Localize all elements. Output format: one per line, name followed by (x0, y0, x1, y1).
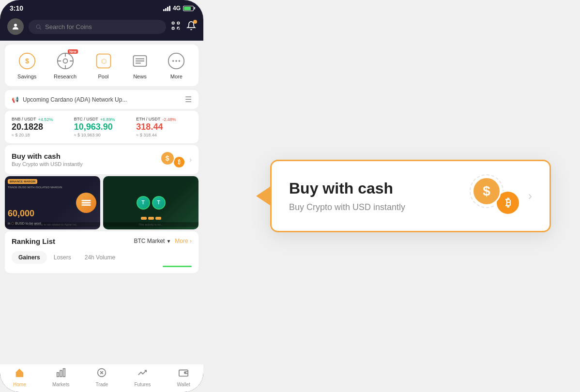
eth-change: -2.48% (162, 117, 176, 122)
futures-icon (137, 367, 148, 380)
market-selector[interactable]: BTC Market ▼ (134, 238, 171, 244)
savings-label: Savings (17, 74, 36, 79)
buy-cash-title: Buy with cash (12, 152, 83, 160)
svg-point-26 (175, 60, 177, 62)
quick-link-research[interactable]: New Research (54, 51, 76, 79)
promo-amount: 60,000 (8, 209, 34, 219)
ranking-right: BTC Market ▼ More › (134, 238, 192, 244)
popup-icon-area: $ ₿ › (472, 177, 532, 215)
status-right: 4G (163, 5, 194, 12)
popup-card: Buy with cash Buy Crypto with USD instan… (270, 160, 551, 232)
scan-icon[interactable] (171, 21, 181, 33)
ranking-tabs: Gainers Losers 24h Volume (12, 251, 192, 264)
avatar[interactable] (7, 18, 24, 35)
more-link[interactable]: More › (175, 238, 192, 244)
ranking-title: Ranking List (12, 237, 55, 245)
eth-usd: ≈ $ 318.44 (136, 133, 192, 137)
btc-value: 10,963.90 (74, 122, 130, 132)
svg-rect-34 (63, 369, 65, 377)
promo-banner-right[interactable]: T T This activity is no... (103, 176, 198, 229)
wallet-icon (178, 367, 189, 380)
svg-rect-36 (179, 370, 188, 377)
markets-icon (56, 367, 66, 380)
promo-coin-visual (76, 193, 96, 213)
chevron-right-icon: › (189, 155, 192, 164)
futures-label: Futures (134, 382, 151, 387)
quick-link-more[interactable]: More (167, 51, 186, 79)
phone-frame: 3:10 4G (0, 0, 203, 392)
buy-cash-right: $ ₿ › (160, 151, 192, 168)
tab-24h-volume[interactable]: 24h Volume (78, 251, 122, 264)
btc-usd: ≈ $ 10,963.90 (74, 133, 130, 137)
more-arrow-icon: › (190, 238, 192, 244)
svg-text:$: $ (25, 57, 29, 65)
nav-markets[interactable]: Markets (52, 367, 70, 387)
svg-line-2 (40, 28, 41, 29)
nav-futures[interactable]: Futures (134, 367, 151, 387)
top-icons (171, 21, 196, 33)
svg-point-25 (172, 60, 174, 62)
dollar-coin-icon: $ (160, 151, 175, 166)
promo-right-visual: T T (132, 196, 170, 210)
popup-title: Buy with cash (289, 180, 405, 197)
new-badge: New (68, 49, 77, 54)
ranking-card: Ranking List BTC Market ▼ More › Gainers (5, 231, 198, 273)
announcement-bar[interactable]: 📢 Upcoming Cardano (ADA) Network Up... ☰ (5, 90, 198, 109)
list-icon: ☰ (185, 95, 192, 104)
tab-gainers[interactable]: Gainers (12, 251, 47, 264)
notification-icon[interactable] (186, 21, 196, 33)
dropdown-arrow-icon: ▼ (166, 239, 171, 244)
nav-trade[interactable]: Trade (96, 367, 108, 387)
price-item-bnb[interactable]: BNB / USDT +4.52% 20.1828 ≈ $ 20.18 (12, 117, 67, 137)
tab-losers[interactable]: Losers (47, 251, 78, 264)
bnb-usd: ≈ $ 20.18 (12, 133, 67, 137)
popup-chevron-icon: › (528, 189, 532, 203)
coin-icons: $ ₿ (160, 151, 185, 168)
svg-rect-3 (172, 22, 174, 24)
buy-cash-card[interactable]: Buy with cash Buy Crypto with USD instan… (5, 145, 198, 174)
nav-wallet[interactable]: Wallet (177, 367, 190, 387)
btc-pair: BTC / USDT (74, 117, 98, 121)
notification-dot (193, 20, 197, 24)
trade-icon (96, 367, 107, 380)
promo-banner-left[interactable]: BINANCE MARGIN TRADE BUSD WITH ISOLATED … (5, 176, 100, 229)
search-icon (35, 24, 42, 30)
research-label: Research (54, 74, 76, 79)
buy-cash-subtitle: Buy Crypto with USD instantly (12, 161, 83, 167)
popup-coin-container: $ ₿ (472, 177, 520, 215)
price-item-btc[interactable]: BTC / USDT +6.89% 10,963.90 ≈ $ 10,963.9… (74, 117, 130, 137)
search-placeholder: Search for Coins (45, 23, 92, 30)
announcement-text: 📢 Upcoming Cardano (ADA) Network Up... (12, 96, 127, 103)
popup-subtitle: Buy Crypto with USD instantly (289, 202, 405, 212)
popup-arrow-icon (256, 186, 271, 206)
nav-home[interactable]: Home (13, 367, 26, 387)
price-item-eth[interactable]: ETH / USDT -2.48% 318.44 ≈ $ 318.44 (136, 117, 192, 137)
bottom-nav: Home Markets Trade (0, 364, 203, 392)
pool-icon: ⬡ (94, 51, 113, 71)
price-row: BNB / USDT +4.52% 20.1828 ≈ $ 20.18 BTC … (12, 117, 192, 137)
search-bar[interactable]: Search for Coins (29, 20, 166, 34)
more-label: More (170, 74, 183, 79)
svg-point-13 (63, 59, 67, 63)
network-type: 4G (173, 5, 181, 12)
svg-point-1 (36, 25, 40, 29)
home-label: Home (13, 382, 26, 387)
svg-rect-4 (177, 22, 179, 24)
bnb-change: +4.52% (38, 117, 53, 122)
news-label: News (133, 74, 147, 79)
promo-subtext: TRADE BUSD WITH ISOLATED MARGIN (8, 186, 62, 189)
quick-link-pool[interactable]: ⬡ Pool (94, 51, 113, 79)
home-icon (14, 367, 25, 380)
green-indicator-bar (163, 266, 192, 267)
market-label: BTC Market (134, 238, 165, 244)
quick-link-savings[interactable]: $ Savings (17, 51, 37, 79)
ranking-header: Ranking List BTC Market ▼ More › (12, 237, 192, 245)
quick-link-news[interactable]: News (130, 51, 150, 79)
news-icon (130, 51, 150, 71)
bnb-value: 20.1828 (12, 122, 67, 132)
battery-icon (183, 6, 194, 11)
main-content: $ Savings (0, 41, 203, 364)
top-bar: Search for Coins (0, 15, 203, 41)
promo-right-bars (106, 217, 196, 220)
btc-change: +6.89% (100, 117, 115, 122)
